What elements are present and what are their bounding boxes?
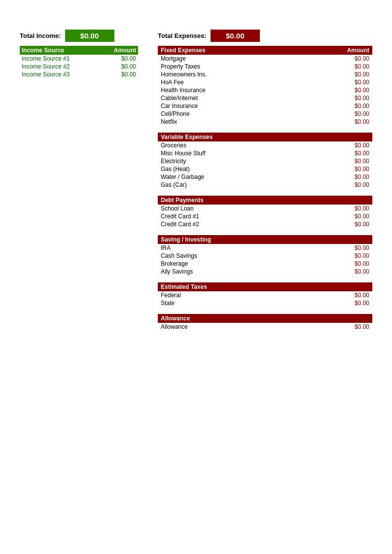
allowance-item-label: Allowance [161,323,335,330]
expenses-panel: Total Expenses: $0.00 Fixed Expenses Amo… [158,30,372,331]
debt-label-credit-card-2: Credit Card #2 [161,221,335,228]
fixed-row-homeowners: Homeowners Ins. $0.00 [158,70,372,78]
fixed-row-mortgage: Mortgage $0.00 [158,55,372,63]
saving-value-brokerage: $0.00 [335,260,369,267]
taxes-header: Estimated Taxes [158,282,372,291]
debt-row-school-loan: School Loan $0.00 [158,205,372,212]
taxes-label: Estimated Taxes [161,283,369,290]
saving-header: Saving / Investing [158,235,372,244]
saving-row-cash: Cash Savings $0.00 [158,252,372,260]
income-col-amount: Amount [102,47,136,54]
variable-row-groceries: Groceries $0.00 [158,141,372,149]
variable-value-groceries: $0.00 [335,142,369,149]
fixed-label-netflix: Netflix [161,118,335,125]
saving-row-ira: IRA $0.00 [158,244,372,252]
allowance-rows: Allowance $0.00 [158,323,372,331]
income-label-1: Income Source #1 [22,55,102,62]
variable-row-misc: Misc House Stuff $0.00 [158,149,372,157]
variable-value-water: $0.00 [335,173,369,180]
fixed-label-mortgage: Mortgage [161,55,335,62]
debt-payment-rows: School Loan $0.00 Credit Card #1 $0.00 C… [158,205,372,228]
variable-label-gas-heat: Gas (Heat) [161,166,335,173]
variable-value-electricity: $0.00 [335,158,369,165]
fixed-label-homeowners: Homeowners Ins. [161,71,335,78]
fixed-label-property-taxes: Property Taxes [161,63,335,70]
income-row-1: Income Source #1 $0.00 [20,55,138,63]
fixed-row-health-insurance: Health Insurance $0.00 [158,86,372,94]
fixed-value-car-insurance: $0.00 [335,103,369,109]
variable-row-electricity: Electricity $0.00 [158,157,372,165]
income-value-3: $0.00 [102,71,136,78]
saving-label: Saving / Investing [161,236,369,243]
fixed-value-mortgage: $0.00 [335,55,369,62]
fixed-expenses-header: Fixed Expenses Amount [158,46,372,55]
taxes-label-federal: Federal [161,292,335,299]
fixed-label-health-insurance: Health Insurance [161,87,335,94]
variable-value-misc: $0.00 [335,150,369,157]
debt-value-school-loan: $0.00 [335,205,369,212]
debt-payments-label: Debt Payments [161,197,369,204]
variable-label-water: Water / Garbage [161,173,335,180]
income-row-2: Income Source #2 $0.00 [20,63,138,70]
variable-value-gas-heat: $0.00 [335,166,369,173]
variable-expenses-header: Variable Expenses [158,133,372,141]
fixed-expenses-label: Fixed Expenses [161,47,335,54]
allowance-row: Allowance $0.00 [158,323,372,331]
total-income-value: $0.00 [65,30,114,42]
fixed-value-health-insurance: $0.00 [335,87,369,94]
allowance-header: Allowance [158,314,372,323]
debt-label-school-loan: School Loan [161,205,335,212]
variable-label-electricity: Electricity [161,158,335,165]
saving-value-cash: $0.00 [335,252,369,259]
debt-row-credit-card-1: Credit Card #1 $0.00 [158,212,372,220]
fixed-label-cell-phone: Cell/Phone [161,110,335,117]
taxes-value-federal: $0.00 [335,292,369,299]
variable-label-misc: Misc House Stuff [161,150,335,157]
fixed-label-hoa: HoA Fee [161,79,335,86]
variable-row-gas-heat: Gas (Heat) $0.00 [158,165,372,173]
debt-label-credit-card-1: Credit Card #1 [161,213,335,220]
income-header: Income Source Amount [20,46,138,55]
fixed-row-car-insurance: Car Insurance $0.00 [158,102,372,110]
saving-row-brokerage: Brokerage $0.00 [158,260,372,268]
taxes-label-state: State [161,300,335,307]
income-rows: Income Source #1 $0.00 Income Source #2 … [20,55,138,78]
main-layout: Total Income: $0.00 Income Source Amount… [20,30,372,331]
taxes-rows: Federal $0.00 State $0.00 [158,291,372,307]
saving-label-ally: Ally Savings [161,268,335,275]
taxes-value-state: $0.00 [335,300,369,307]
variable-label-gas-car: Gas (Car) [161,181,335,188]
income-label-2: Income Source #2 [22,63,102,70]
debt-value-credit-card-1: $0.00 [335,213,369,220]
fixed-row-cell-phone: Cell/Phone $0.00 [158,110,372,118]
fixed-label-car-insurance: Car Insurance [161,103,335,109]
taxes-row-state: State $0.00 [158,299,372,307]
fixed-amount-label: Amount [335,47,369,54]
fixed-value-property-taxes: $0.00 [335,63,369,70]
taxes-row-federal: Federal $0.00 [158,291,372,299]
income-panel: Total Income: $0.00 Income Source Amount… [20,30,138,78]
saving-label-brokerage: Brokerage [161,260,335,267]
variable-expense-rows: Groceries $0.00 Misc House Stuff $0.00 E… [158,141,372,189]
saving-value-ira: $0.00 [335,244,369,251]
income-col-label: Income Source [22,47,102,54]
variable-value-gas-car: $0.00 [335,181,369,188]
allowance-item-value: $0.00 [335,323,369,330]
variable-row-gas-car: Gas (Car) $0.00 [158,181,372,189]
income-value-2: $0.00 [102,63,136,70]
fixed-value-cell-phone: $0.00 [335,110,369,117]
fixed-row-netflix: Netflix $0.00 [158,118,372,126]
income-row-3: Income Source #3 $0.00 [20,70,138,78]
fixed-value-hoa: $0.00 [335,79,369,86]
income-value-1: $0.00 [102,55,136,62]
saving-label-ira: IRA [161,244,335,251]
fixed-value-cable: $0.00 [335,95,369,102]
saving-row-ally: Ally Savings $0.00 [158,268,372,276]
fixed-row-hoa: HoA Fee $0.00 [158,78,372,86]
income-label-3: Income Source #3 [22,71,102,78]
saving-rows: IRA $0.00 Cash Savings $0.00 Brokerage $… [158,244,372,276]
variable-row-water: Water / Garbage $0.00 [158,173,372,181]
fixed-value-homeowners: $0.00 [335,71,369,78]
saving-label-cash: Cash Savings [161,252,335,259]
total-expenses-row: Total Expenses: $0.00 [158,30,372,42]
